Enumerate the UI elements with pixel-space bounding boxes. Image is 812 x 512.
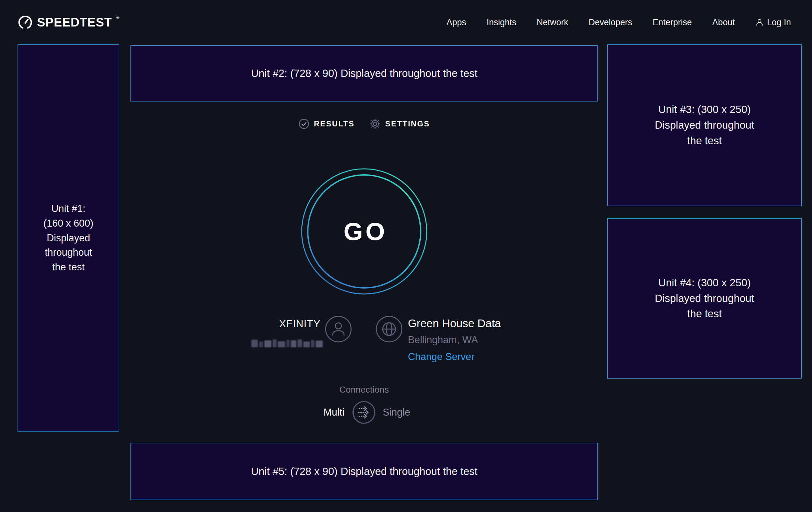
connections-multi-option[interactable]: Multi	[281, 407, 344, 418]
nav-item-insights[interactable]: Insights	[487, 18, 516, 27]
server-info: Green House Data Bellingham, WA Change S…	[408, 317, 501, 362]
ad-text-line: Displayed throughout	[655, 291, 754, 306]
ad-unit-1-skyscraper: Unit #1: (160 x 600) Displayed throughou…	[18, 44, 119, 432]
isp-name: XFINITY	[223, 318, 321, 330]
redacted-isp-details	[251, 339, 323, 347]
isp-user-icon	[325, 315, 352, 343]
tab-results[interactable]: RESULTS	[298, 118, 355, 129]
ad-text-line: Unit #1:	[51, 201, 85, 216]
ad-text-line: (160 x 600)	[44, 216, 93, 231]
connections-heading: Connections	[130, 385, 598, 395]
login-label: Log In	[767, 18, 791, 27]
results-settings-tabs: RESULTS SETTINGS	[130, 116, 598, 132]
change-server-link[interactable]: Change Server	[408, 352, 501, 362]
ad-text-line: throughout	[45, 245, 92, 260]
ad-text-line: Unit #4: (300 x 250)	[658, 275, 751, 291]
go-label: GO	[300, 168, 428, 295]
ad-unit-5-leaderboard: Unit #5: (728 x 90) Displayed throughout…	[130, 443, 598, 500]
gear-icon	[369, 118, 381, 130]
connections-toggle-icon[interactable]	[352, 400, 376, 425]
go-button[interactable]: GO	[300, 168, 428, 295]
login-button[interactable]: Log In	[755, 18, 791, 27]
settings-label: SETTINGS	[385, 119, 430, 128]
nav-item-enterprise[interactable]: Enterprise	[652, 18, 692, 27]
header: SPEEDTEST ® Apps Insights Network Develo…	[0, 0, 812, 45]
tab-settings[interactable]: SETTINGS	[369, 118, 430, 130]
connections-single-option[interactable]: Single	[383, 407, 446, 418]
ad-unit-3-rectangle: Unit #3: (300 x 250) Displayed throughou…	[607, 44, 802, 206]
nav-item-apps[interactable]: Apps	[446, 18, 466, 27]
registered-mark: ®	[116, 16, 120, 20]
ad-unit-2-leaderboard: Unit #2: (728 x 90) Displayed throughout…	[130, 45, 598, 102]
server-location: Bellingham, WA	[408, 335, 501, 345]
nav-item-about[interactable]: About	[712, 18, 735, 27]
nav-item-developers[interactable]: Developers	[589, 18, 633, 27]
ad-text-line: Unit #2: (728 x 90) Displayed throughout…	[251, 66, 477, 81]
ad-text-line: Displayed throughout	[655, 117, 754, 133]
ad-text-line: Unit #3: (300 x 250)	[658, 102, 751, 117]
server-globe-icon	[375, 315, 403, 343]
ad-text-line: Displayed	[47, 231, 90, 245]
ad-text-line: the test	[687, 133, 722, 149]
logo-wordmark: SPEEDTEST	[37, 15, 112, 30]
ad-text-line: Unit #5: (728 x 90) Displayed throughout…	[251, 464, 477, 480]
ad-text-line: the test	[687, 306, 722, 322]
ad-unit-4-rectangle: Unit #4: (300 x 250) Displayed throughou…	[607, 218, 802, 379]
server-name: Green House Data	[408, 317, 501, 329]
ad-text-line: the test	[52, 260, 85, 274]
nav-item-network[interactable]: Network	[537, 18, 568, 27]
gauge-icon	[18, 15, 32, 30]
check-circle-icon	[298, 118, 309, 129]
person-icon	[755, 18, 764, 27]
speedtest-logo[interactable]: SPEEDTEST ®	[18, 15, 120, 30]
main-nav: Apps Insights Network Developers Enterpr…	[446, 18, 791, 27]
results-label: RESULTS	[314, 119, 355, 128]
